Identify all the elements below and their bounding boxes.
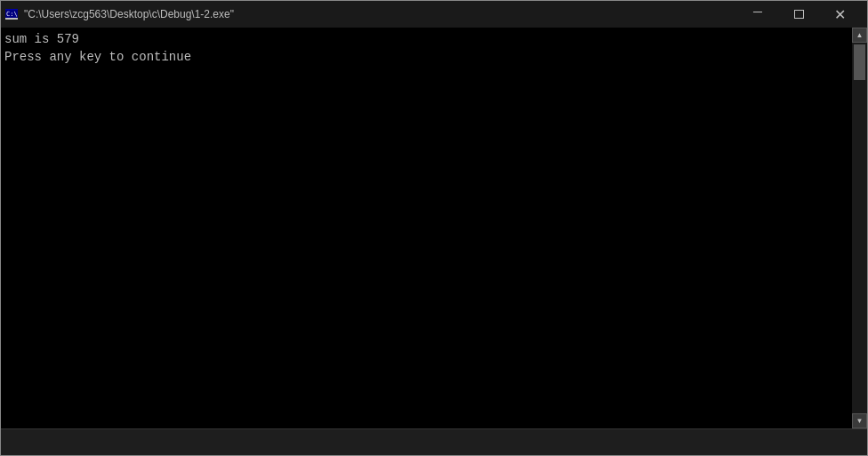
- svg-rect-2: [5, 9, 18, 10]
- taskbar: [1, 428, 867, 455]
- window: C:\ "C:\Users\zcg563\Desktop\c\Debug\1-2…: [0, 0, 868, 456]
- console-area: sum is 579 Press any key to continue ▲ ▼: [1, 28, 867, 428]
- title-bar-controls: ─ ✕: [737, 1, 860, 28]
- scroll-thumb[interactable]: [854, 44, 865, 80]
- svg-text:C:\: C:\: [6, 11, 18, 18]
- close-button[interactable]: ✕: [819, 1, 860, 28]
- title-bar-title: "C:\Users\zcg563\Desktop\c\Debug\1-2.exe…: [24, 8, 234, 20]
- svg-rect-4: [5, 18, 18, 20]
- close-icon: ✕: [834, 6, 846, 23]
- maximize-button[interactable]: [778, 1, 819, 28]
- scrollbar-vertical[interactable]: ▲ ▼: [852, 28, 867, 428]
- title-bar: C:\ "C:\Users\zcg563\Desktop\c\Debug\1-2…: [1, 1, 867, 28]
- scroll-down-button[interactable]: ▼: [852, 413, 867, 428]
- minimize-button[interactable]: ─: [737, 1, 778, 28]
- title-bar-left: C:\ "C:\Users\zcg563\Desktop\c\Debug\1-2…: [4, 7, 234, 21]
- minimize-icon: ─: [753, 4, 762, 19]
- console-output: sum is 579 Press any key to continue: [4, 31, 864, 66]
- console-line2: Press any key to continue: [4, 50, 191, 64]
- console-icon: C:\: [4, 7, 19, 21]
- maximize-icon: [794, 10, 804, 19]
- scroll-up-button[interactable]: ▲: [852, 28, 867, 43]
- console-line1: sum is 579: [4, 32, 79, 46]
